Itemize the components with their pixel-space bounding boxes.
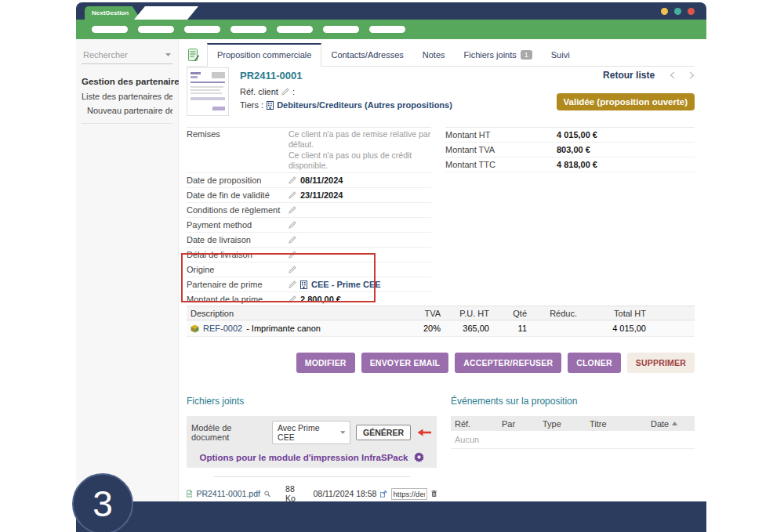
chevron-left-icon[interactable] bbox=[670, 71, 675, 79]
back-to-list-link[interactable]: Retour liste bbox=[603, 70, 655, 81]
modify-button[interactable]: MODIFIER bbox=[296, 353, 355, 373]
menu-pill[interactable] bbox=[184, 26, 220, 33]
search-input[interactable]: Rechercher bbox=[82, 47, 172, 64]
sidebar-separator bbox=[82, 123, 172, 124]
events-col-date-sort[interactable]: Date bbox=[651, 419, 691, 429]
search-placeholder: Rechercher bbox=[83, 50, 128, 60]
preview-magnifier-icon[interactable] bbox=[264, 490, 270, 498]
edit-pencil-icon[interactable] bbox=[289, 295, 296, 303]
close-dot-icon[interactable] bbox=[688, 8, 695, 15]
gear-icon[interactable] bbox=[414, 452, 424, 462]
generate-button[interactable]: GÉNÉRER bbox=[356, 425, 411, 440]
edit-pencil-icon[interactable] bbox=[289, 221, 296, 229]
tab-notes[interactable]: Notes bbox=[413, 45, 455, 66]
sidebar: Rechercher Gestion des partenaires Liste… bbox=[76, 39, 179, 501]
field-row-remises: Remises Ce client n'a pas de remise rela… bbox=[187, 128, 431, 173]
window-title-bar: NextGestion bbox=[76, 2, 706, 20]
tab-fichiers-joints[interactable]: Fichiers joints1 bbox=[455, 45, 542, 66]
menu-pill[interactable] bbox=[230, 26, 267, 33]
menu-pill[interactable] bbox=[92, 26, 128, 33]
pdf-file-icon bbox=[187, 489, 192, 498]
amounts-table: Montant HT 4 015,00 € Montant TVA 803,00… bbox=[445, 127, 695, 172]
tab-contacts-adresses[interactable]: Contacts/Adresses bbox=[321, 45, 412, 66]
document-model-select[interactable]: Avec Prime CEE bbox=[272, 421, 350, 444]
proposal-doc-icon bbox=[188, 49, 199, 61]
sidebar-section-title: Gestion des partenaires bbox=[82, 77, 172, 86]
window-footer-bar bbox=[76, 501, 706, 532]
tab-bar: Proposition commerciale Contacts/Adresse… bbox=[187, 44, 695, 67]
tab-suivi[interactable]: Suivi bbox=[542, 45, 579, 66]
product-desc: - Imprimante canon bbox=[246, 324, 321, 333]
menu-pill[interactable] bbox=[369, 26, 405, 33]
edit-pencil-icon[interactable] bbox=[289, 176, 296, 184]
events-col-date-label: Date bbox=[651, 419, 669, 429]
amount-value: 4 818,00 € bbox=[557, 160, 597, 169]
attached-file-row: PR2411-0001.pdf 88 Ko 08/11/2024 18:58 bbox=[187, 484, 437, 503]
menu-pill[interactable] bbox=[277, 26, 313, 33]
maximize-dot-icon[interactable] bbox=[674, 8, 681, 15]
caret-down-icon bbox=[165, 53, 171, 56]
lines-table: Description TVA P.U. HT Qté Réduc. Total… bbox=[187, 306, 695, 337]
chevron-right-icon[interactable] bbox=[689, 71, 695, 79]
minimize-dot-icon[interactable] bbox=[661, 8, 668, 15]
col-description: Description bbox=[187, 309, 400, 318]
field-row-date-validite: Date de fin de validité 23/11/2024 bbox=[187, 188, 431, 203]
edit-pencil-icon[interactable] bbox=[289, 191, 296, 199]
amount-value: 803,00 € bbox=[557, 145, 590, 154]
attachment-count-badge: 1 bbox=[521, 50, 532, 60]
product-ref-link[interactable]: REF-0002 bbox=[203, 324, 242, 333]
field-label: Délai de livraison bbox=[187, 250, 289, 259]
field-label: Date de fin de validité bbox=[187, 190, 289, 200]
model-selected-value: Avec Prime CEE bbox=[278, 423, 335, 442]
accept-refuse-button[interactable]: ACCEPTER/REFUSER bbox=[455, 353, 561, 373]
events-table-header: Réf. Par Type Titre Date bbox=[451, 416, 695, 431]
sidebar-item-nouveau-partenaire[interactable]: Nouveau partenaire de ... bbox=[82, 106, 172, 115]
send-email-button[interactable]: ENVOYER EMAIL bbox=[361, 353, 449, 373]
tab-proposition-commerciale[interactable]: Proposition commerciale bbox=[207, 43, 321, 67]
document-thumbnail[interactable] bbox=[187, 67, 229, 116]
external-link-icon[interactable] bbox=[380, 490, 387, 498]
sidebar-item-liste-partenaires[interactable]: Liste des partenaires de ... bbox=[82, 92, 172, 101]
col-tva: TVA bbox=[400, 309, 441, 318]
sort-ascending-icon bbox=[672, 422, 677, 425]
proposal-header: PR2411-0001 Réf. client : Tiers : Debite… bbox=[187, 67, 695, 116]
line-total-ht: 4 015,00 bbox=[577, 324, 646, 333]
app-window: NextGestion Rechercher Gestion des parte… bbox=[76, 2, 706, 532]
field-label: Remises bbox=[187, 129, 289, 139]
caret-down-icon bbox=[340, 431, 346, 434]
line-tva: 20% bbox=[400, 324, 441, 333]
edit-pencil-icon[interactable] bbox=[289, 251, 296, 259]
edit-ref-client-pencil-icon[interactable] bbox=[281, 88, 289, 96]
edit-pencil-icon[interactable] bbox=[289, 266, 296, 273]
company-building-icon bbox=[267, 101, 274, 110]
attachments-separator bbox=[214, 476, 410, 477]
product-cube-icon bbox=[191, 324, 199, 333]
events-title: Événements sur la proposition bbox=[451, 396, 695, 407]
file-name-link[interactable]: PR2411-0001.pdf bbox=[196, 489, 260, 498]
edit-pencil-icon[interactable] bbox=[289, 280, 296, 288]
proposal-fields-table: Remises Ce client n'a pas de remise rela… bbox=[187, 127, 431, 322]
menu-pill[interactable] bbox=[138, 26, 174, 33]
share-url-input[interactable] bbox=[391, 488, 427, 500]
main-content: Proposition commerciale Contacts/Adresse… bbox=[179, 39, 706, 501]
status-badge: Validée (proposition ouverte) bbox=[557, 93, 695, 110]
menu-pill[interactable] bbox=[323, 26, 359, 33]
edit-pencil-icon[interactable] bbox=[289, 236, 296, 244]
lines-table-header: Description TVA P.U. HT Qté Réduc. Total… bbox=[187, 306, 695, 320]
partner-building-icon bbox=[300, 280, 307, 289]
field-row-origine: Origine bbox=[187, 262, 431, 277]
field-label: Date de proposition bbox=[187, 176, 289, 185]
clone-button[interactable]: CLONER bbox=[568, 353, 621, 373]
events-col-ref: Réf. bbox=[455, 419, 502, 429]
ref-client-colon: : bbox=[292, 87, 295, 96]
tiers-link[interactable]: Debiteurs/Crediteurs (Autres proposition… bbox=[277, 100, 452, 110]
amount-value: 4 015,00 € bbox=[557, 130, 597, 139]
trash-icon[interactable] bbox=[431, 489, 437, 498]
edit-pencil-icon[interactable] bbox=[289, 206, 296, 214]
partner-prime-link[interactable]: CEE - Prime CEE bbox=[311, 280, 381, 289]
main-menu-bar bbox=[76, 20, 706, 39]
line-qte: 11 bbox=[489, 324, 527, 333]
col-reduc: Réduc. bbox=[527, 309, 577, 318]
events-col-type: Type bbox=[543, 419, 590, 429]
delete-button[interactable]: SUPPRIMER bbox=[627, 353, 695, 373]
